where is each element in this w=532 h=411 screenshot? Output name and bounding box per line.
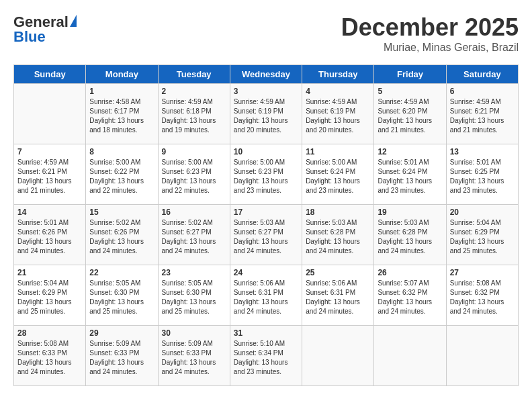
calendar-cell: 21Sunrise: 5:04 AMSunset: 6:29 PMDayligh…	[14, 265, 86, 326]
calendar-cell: 2Sunrise: 4:59 AMSunset: 6:18 PMDaylight…	[158, 84, 230, 144]
day-info: Sunrise: 5:04 AMSunset: 6:29 PMDaylight:…	[450, 218, 515, 256]
day-info: Sunrise: 4:59 AMSunset: 6:18 PMDaylight:…	[162, 97, 226, 135]
day-info: Sunrise: 5:09 AMSunset: 6:33 PMDaylight:…	[89, 339, 154, 377]
day-info: Sunrise: 5:00 AMSunset: 6:22 PMDaylight:…	[89, 158, 154, 195]
day-info: Sunrise: 4:59 AMSunset: 6:19 PMDaylight:…	[306, 97, 370, 135]
calendar-cell: 13Sunrise: 5:01 AMSunset: 6:25 PMDayligh…	[446, 144, 518, 205]
day-info: Sunrise: 5:00 AMSunset: 6:23 PMDaylight:…	[234, 158, 298, 195]
calendar-cell: 6Sunrise: 4:59 AMSunset: 6:21 PMDaylight…	[446, 84, 518, 144]
day-number: 19	[378, 208, 442, 217]
day-info: Sunrise: 5:04 AMSunset: 6:29 PMDaylight:…	[17, 279, 82, 316]
logo-blue-text: Blue	[13, 28, 46, 46]
calendar-cell: 9Sunrise: 5:00 AMSunset: 6:23 PMDaylight…	[158, 144, 230, 205]
month-year-title: December 2025	[341, 13, 519, 42]
day-number: 2	[162, 87, 226, 96]
day-info: Sunrise: 5:02 AMSunset: 6:26 PMDaylight:…	[89, 218, 154, 256]
day-number: 27	[450, 268, 515, 277]
day-number: 30	[162, 328, 226, 338]
calendar-week-row: 7Sunrise: 4:59 AMSunset: 6:21 PMDaylight…	[14, 144, 519, 205]
day-number: 31	[234, 328, 298, 338]
logo-triangle-icon	[70, 15, 77, 27]
logo: General Blue	[13, 13, 77, 46]
day-info: Sunrise: 5:03 AMSunset: 6:28 PMDaylight:…	[306, 218, 370, 256]
day-info: Sunrise: 5:00 AMSunset: 6:23 PMDaylight:…	[162, 158, 226, 195]
day-info: Sunrise: 5:01 AMSunset: 6:24 PMDaylight:…	[378, 158, 442, 195]
calendar-day-header: Friday	[374, 65, 446, 84]
calendar-cell: 17Sunrise: 5:03 AMSunset: 6:27 PMDayligh…	[230, 205, 302, 265]
day-number: 9	[162, 147, 226, 156]
day-info: Sunrise: 5:06 AMSunset: 6:31 PMDaylight:…	[234, 279, 298, 316]
calendar-week-row: 28Sunrise: 5:08 AMSunset: 6:33 PMDayligh…	[14, 326, 519, 386]
calendar-week-row: 1Sunrise: 4:58 AMSunset: 6:17 PMDaylight…	[14, 84, 519, 144]
day-number: 4	[306, 87, 370, 96]
calendar-cell: 20Sunrise: 5:04 AMSunset: 6:29 PMDayligh…	[446, 205, 518, 265]
day-number: 23	[162, 268, 226, 277]
calendar-cell: 3Sunrise: 4:59 AMSunset: 6:19 PMDaylight…	[230, 84, 302, 144]
day-info: Sunrise: 5:07 AMSunset: 6:32 PMDaylight:…	[378, 279, 442, 316]
calendar-header-row: SundayMondayTuesdayWednesdayThursdayFrid…	[14, 65, 519, 84]
day-info: Sunrise: 5:02 AMSunset: 6:27 PMDaylight:…	[162, 218, 226, 256]
day-info: Sunrise: 4:58 AMSunset: 6:17 PMDaylight:…	[89, 97, 154, 135]
calendar-cell	[374, 326, 446, 386]
calendar-cell: 25Sunrise: 5:06 AMSunset: 6:31 PMDayligh…	[302, 265, 374, 326]
day-info: Sunrise: 5:01 AMSunset: 6:25 PMDaylight:…	[450, 158, 515, 195]
calendar-cell: 28Sunrise: 5:08 AMSunset: 6:33 PMDayligh…	[14, 326, 86, 386]
day-info: Sunrise: 5:09 AMSunset: 6:33 PMDaylight:…	[162, 339, 226, 377]
day-number: 16	[162, 208, 226, 217]
day-info: Sunrise: 4:59 AMSunset: 6:19 PMDaylight:…	[234, 97, 298, 135]
day-number: 8	[89, 147, 154, 156]
title-area: December 2025 Muriae, Minas Gerais, Braz…	[341, 13, 519, 54]
calendar-cell: 1Sunrise: 4:58 AMSunset: 6:17 PMDaylight…	[86, 84, 158, 144]
calendar-cell: 18Sunrise: 5:03 AMSunset: 6:28 PMDayligh…	[302, 205, 374, 265]
header: General Blue December 2025 Muriae, Minas…	[13, 13, 519, 54]
day-number: 11	[306, 147, 370, 156]
day-number: 26	[378, 268, 442, 277]
calendar-day-header: Sunday	[14, 65, 86, 84]
calendar-cell: 29Sunrise: 5:09 AMSunset: 6:33 PMDayligh…	[86, 326, 158, 386]
day-number: 7	[17, 147, 82, 156]
day-info: Sunrise: 5:03 AMSunset: 6:27 PMDaylight:…	[234, 218, 298, 256]
calendar-day-header: Tuesday	[158, 65, 230, 84]
day-number: 15	[89, 208, 154, 217]
day-number: 29	[89, 328, 154, 338]
calendar-table: SundayMondayTuesdayWednesdayThursdayFrid…	[13, 64, 519, 386]
calendar-cell: 11Sunrise: 5:00 AMSunset: 6:24 PMDayligh…	[302, 144, 374, 205]
location-subtitle: Muriae, Minas Gerais, Brazil	[341, 42, 519, 54]
calendar-cell: 30Sunrise: 5:09 AMSunset: 6:33 PMDayligh…	[158, 326, 230, 386]
day-number: 13	[450, 147, 515, 156]
day-number: 28	[17, 328, 82, 338]
day-number: 22	[89, 268, 154, 277]
day-number: 14	[17, 208, 82, 217]
day-number: 18	[306, 208, 370, 217]
calendar-cell: 27Sunrise: 5:08 AMSunset: 6:32 PMDayligh…	[446, 265, 518, 326]
calendar-cell: 12Sunrise: 5:01 AMSunset: 6:24 PMDayligh…	[374, 144, 446, 205]
day-info: Sunrise: 5:05 AMSunset: 6:30 PMDaylight:…	[162, 279, 226, 316]
day-info: Sunrise: 5:01 AMSunset: 6:26 PMDaylight:…	[17, 218, 82, 256]
calendar-cell: 10Sunrise: 5:00 AMSunset: 6:23 PMDayligh…	[230, 144, 302, 205]
calendar-cell: 8Sunrise: 5:00 AMSunset: 6:22 PMDaylight…	[86, 144, 158, 205]
day-info: Sunrise: 5:05 AMSunset: 6:30 PMDaylight:…	[89, 279, 154, 316]
calendar-cell: 19Sunrise: 5:03 AMSunset: 6:28 PMDayligh…	[374, 205, 446, 265]
day-info: Sunrise: 5:03 AMSunset: 6:28 PMDaylight:…	[378, 218, 442, 256]
calendar-cell: 14Sunrise: 5:01 AMSunset: 6:26 PMDayligh…	[14, 205, 86, 265]
calendar-cell	[302, 326, 374, 386]
calendar-cell: 26Sunrise: 5:07 AMSunset: 6:32 PMDayligh…	[374, 265, 446, 326]
calendar-day-header: Thursday	[302, 65, 374, 84]
calendar-cell: 23Sunrise: 5:05 AMSunset: 6:30 PMDayligh…	[158, 265, 230, 326]
day-info: Sunrise: 5:06 AMSunset: 6:31 PMDaylight:…	[306, 279, 370, 316]
calendar-day-header: Monday	[86, 65, 158, 84]
day-number: 3	[234, 87, 298, 96]
calendar-cell: 7Sunrise: 4:59 AMSunset: 6:21 PMDaylight…	[14, 144, 86, 205]
day-number: 20	[450, 208, 515, 217]
day-number: 10	[234, 147, 298, 156]
calendar-day-header: Saturday	[446, 65, 518, 84]
day-number: 12	[378, 147, 442, 156]
day-info: Sunrise: 4:59 AMSunset: 6:20 PMDaylight:…	[378, 97, 442, 135]
day-info: Sunrise: 5:00 AMSunset: 6:24 PMDaylight:…	[306, 158, 370, 195]
day-number: 17	[234, 208, 298, 217]
day-info: Sunrise: 5:08 AMSunset: 6:33 PMDaylight:…	[17, 339, 82, 377]
day-number: 1	[89, 87, 154, 96]
calendar-cell: 31Sunrise: 5:10 AMSunset: 6:34 PMDayligh…	[230, 326, 302, 386]
day-number: 21	[17, 268, 82, 277]
day-info: Sunrise: 5:08 AMSunset: 6:32 PMDaylight:…	[450, 279, 515, 316]
